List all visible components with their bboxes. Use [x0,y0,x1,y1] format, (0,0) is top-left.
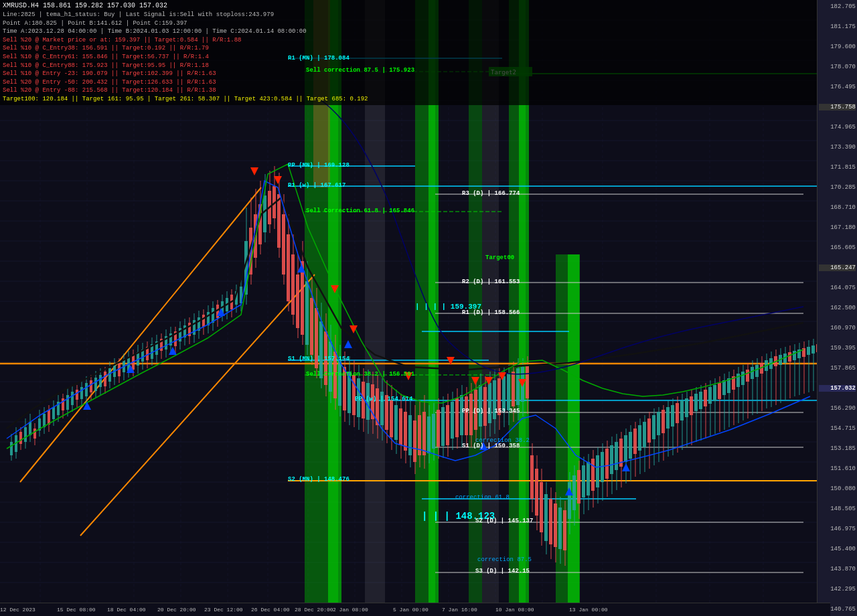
header-line3: Time A:2023.12.28 04:00:00 | Time B:2024… [3,27,828,36]
chart-container: MARKETTRADE XMRUSD.H4 158.861 159.282 15… [0,0,857,616]
r1-mn-label: R1 (MN) | 178.084 [288,55,349,62]
header-line8: Sell %10 @ Entry -23: 190.079 || Target:… [3,70,828,78]
header-line2: Point A:180.825 | Point B:141.612 | Poin… [3,19,828,28]
header-line9: Sell %20 @ Entry -50: 200.432 || Target:… [3,78,828,87]
s2-mn-label: S2 (MN) | 148.476 [288,476,349,483]
header-line4: Sell %20 @ Market price or at: 159.397 |… [3,36,828,45]
s3-d-label: S3 (D) | 142.15 [475,568,530,574]
time-axis: 12 Dec 2023 15 Dec 08:00 18 Dec 04:00 20… [0,603,830,616]
header-line5: Sell %10 @ C_Entry38: 156.591 || Target:… [3,44,828,53]
r1-d-label: R1 (D) | 158.566 [462,309,520,316]
chart-title: XMRUSD.H4 158.861 159.282 157.030 157.03… [3,1,828,11]
header-line10: Sell %20 @ Entry -88: 215.568 || Target:… [3,86,828,95]
r3-d-label: R3 (D) | 166.774 [462,190,520,197]
r1-w-label: R1 (w) | 167.617 [288,182,345,189]
pp-d-label: PP (D) | 153.345 [462,408,520,414]
pp-mn-label: PP (MN) | 169.128 [288,162,349,169]
target00-label: Target00 [485,254,514,261]
s1-d-label: S1 (D) | 150.358 [462,443,520,449]
price-axis: 182.705 181.175 179.600 178.070 176.495 … [817,0,857,616]
correction-875-label: correction 87.5 [477,556,532,563]
pp-w-label: PP (w) | 154.614 [355,396,412,402]
s1-mn-label: S1 (MN) | 157.154 [288,356,349,362]
header-line7: Sell %10 @ C_Entry88: 175.923 || Target:… [3,62,828,70]
header-line11: Target100: 120.184 || Target 161: 95.95 … [3,95,828,104]
correction-618-label: correction 61.8 [455,494,510,501]
sell-correction-618-label: Sell Correction 61.8 | 165.846 [306,208,414,214]
sell-correction-382-label: Sell Correction 38.2 | 156.591 [306,371,414,378]
chart-header: XMRUSD.H4 158.861 159.282 157.030 157.03… [0,0,830,105]
header-line1: Line:2825 | tema_h1_status: Buy | Last S… [3,11,828,19]
header-line6: Sell %10 @ C_Entry61: 155.846 || Target:… [3,53,828,62]
s2-d-label: S2 (D) | 145.137 [475,518,533,524]
svg-rect-55 [568,254,580,603]
sell-correction-875-label: Sell correction 87.5 | 175.923 [306,67,414,74]
r2-d-label: R2 (D) | 161.553 [462,279,520,285]
